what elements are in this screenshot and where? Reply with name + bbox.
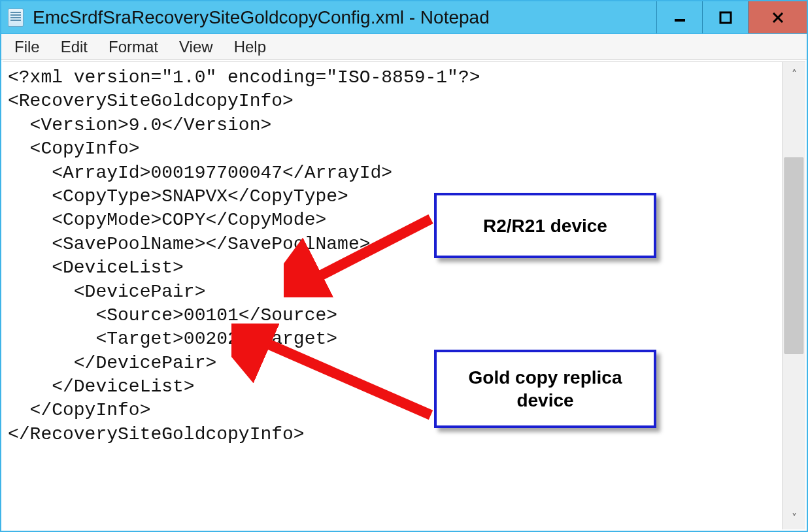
notepad-window: EmcSrdfSraRecoverySiteGoldcopyConfig.xml… [0,0,808,532]
close-button[interactable] [748,1,807,33]
notepad-app-icon [8,8,24,27]
titlebar[interactable]: EmcSrdfSraRecoverySiteGoldcopyConfig.xml… [1,1,807,34]
minimize-button[interactable] [656,1,702,33]
chevron-up-icon: ˄ [792,68,797,80]
annotation-callout-r2r21: R2/R21 device [434,193,656,258]
scroll-down-button[interactable]: ˅ [783,506,805,529]
chevron-down-icon: ˅ [792,512,797,524]
menu-help[interactable]: Help [225,35,275,59]
scroll-thumb[interactable] [784,158,803,354]
minimize-icon [673,10,687,25]
client-area: <?xml version="1.0" encoding="ISO-8859-1… [3,61,805,529]
editor-content[interactable]: <?xml version="1.0" encoding="ISO-8859-1… [3,62,782,529]
vertical-scrollbar[interactable]: ˄ ˅ [782,62,805,529]
menu-format[interactable]: Format [99,35,167,59]
svg-rect-1 [720,12,731,23]
maximize-button[interactable] [702,1,748,33]
svg-rect-0 [675,19,685,22]
close-icon [771,10,785,25]
window-buttons [656,1,807,33]
annotation-callout-goldcopy: Gold copy replica device [434,350,656,428]
scroll-up-button[interactable]: ˄ [783,62,805,86]
annotation-text-1: R2/R21 device [483,214,607,237]
annotation-text-2: Gold copy replica device [446,366,645,412]
scroll-track[interactable] [783,86,805,506]
menu-view[interactable]: View [170,35,222,59]
menu-edit[interactable]: Edit [52,35,97,59]
maximize-icon [718,10,733,25]
menu-file[interactable]: File [5,35,49,59]
window-title: EmcSrdfSraRecoverySiteGoldcopyConfig.xml… [33,7,656,28]
menubar: File Edit Format View Help [1,34,807,60]
